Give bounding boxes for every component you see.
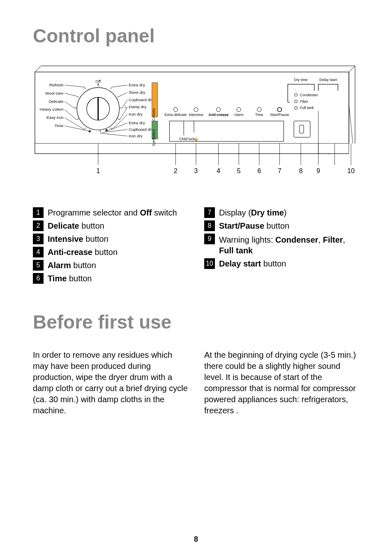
legend-number: 9 bbox=[204, 234, 215, 244]
svg-line-6 bbox=[111, 87, 112, 89]
btn-label-anticrease: Anti-crease bbox=[208, 113, 228, 117]
dial-label-synth-extra: Extra dry bbox=[129, 120, 145, 125]
svg-line-27 bbox=[120, 107, 127, 120]
page-number: 8 bbox=[0, 535, 392, 544]
svg-point-38 bbox=[257, 107, 261, 111]
svg-line-26 bbox=[122, 100, 127, 108]
legend-text: Alarm button bbox=[48, 260, 96, 271]
callout-1: 1 bbox=[96, 167, 100, 174]
legend-text: Warning lights: Condenser, Filter, Full … bbox=[219, 234, 359, 256]
svg-point-37 bbox=[237, 107, 241, 111]
group-synth-label: Synthetics bbox=[152, 129, 156, 146]
svg-line-19 bbox=[65, 93, 76, 96]
legend-number: 7 bbox=[204, 207, 215, 218]
svg-line-7 bbox=[117, 96, 120, 97]
svg-line-25 bbox=[120, 93, 127, 96]
dial-label-damp-dry: Damp dry bbox=[129, 104, 146, 109]
svg-line-21 bbox=[65, 109, 76, 120]
btn-label-time: Time bbox=[255, 113, 263, 117]
dial-label-cupboard-dry: Cupboard dry bbox=[129, 97, 153, 102]
legend-text: Time button bbox=[48, 273, 92, 284]
dial-label-synth-cupboard: Cupboard dry bbox=[129, 127, 153, 132]
legend-number: 3 bbox=[33, 234, 44, 244]
svg-rect-85 bbox=[349, 144, 357, 168]
display-delay-start-label: Delay start bbox=[319, 78, 337, 82]
svg-text:Condenser: Condenser bbox=[300, 93, 318, 97]
svg-point-34 bbox=[173, 107, 178, 111]
svg-point-35 bbox=[194, 107, 198, 111]
svg-text:Full tank: Full tank bbox=[300, 106, 314, 110]
callout-9: 9 bbox=[316, 167, 320, 174]
legend-number: 8 bbox=[204, 220, 215, 231]
svg-line-13 bbox=[76, 96, 79, 97]
svg-line-16 bbox=[84, 127, 86, 130]
svg-line-23 bbox=[65, 126, 90, 131]
svg-line-12 bbox=[84, 87, 86, 89]
section-title-control-panel: Control panel bbox=[33, 25, 359, 47]
legend-row: 1Programme selector and Off switch bbox=[33, 207, 188, 218]
dial-label-iron-dry: Iron dry bbox=[129, 112, 143, 116]
legend-text: Start/Pause button bbox=[219, 220, 289, 231]
legend-number: 6 bbox=[33, 273, 44, 284]
btn-label-intensive: Intensive bbox=[189, 113, 203, 117]
dial-label-heavycotton: Heavy cotton bbox=[40, 107, 64, 111]
legend-text: Programme selector and Off switch bbox=[48, 207, 177, 218]
legend-number: 4 bbox=[33, 247, 44, 257]
legend-row: 7Display (Dry time) bbox=[204, 207, 359, 218]
svg-point-17 bbox=[97, 83, 99, 85]
legend-row: 9Warning lights: Condenser, Filter, Full… bbox=[204, 234, 359, 256]
svg-rect-54 bbox=[300, 125, 304, 133]
svg-point-39 bbox=[278, 107, 282, 111]
svg-line-20 bbox=[65, 102, 74, 108]
legend-text: Display (Dry time) bbox=[219, 207, 287, 218]
legend-text: Delicate button bbox=[48, 220, 104, 231]
btn-label-alarm: Alarm bbox=[234, 113, 244, 117]
legend-row: 3Intensive button bbox=[33, 234, 188, 244]
legend-number: 10 bbox=[204, 258, 215, 269]
svg-line-32 bbox=[100, 133, 127, 136]
callout-4: 4 bbox=[217, 167, 220, 174]
legend-col-right: 7Display (Dry time)8Start/Pause button9W… bbox=[204, 207, 359, 286]
dial-label-refresh: Refresh bbox=[49, 83, 64, 87]
callout-10: 10 bbox=[347, 167, 355, 174]
callout-8: 8 bbox=[299, 167, 303, 174]
body-columns: In order to remove any residues which ma… bbox=[33, 350, 359, 416]
section-title-before-first-use: Before first use bbox=[33, 311, 359, 333]
callout-6: 6 bbox=[257, 167, 261, 174]
dial-label-woolcare: Wool care bbox=[45, 91, 64, 95]
svg-line-18 bbox=[65, 85, 84, 87]
svg-point-36 bbox=[217, 107, 221, 111]
legend-number: 5 bbox=[33, 260, 44, 271]
legend-text: Anti-crease button bbox=[48, 247, 118, 257]
legend: 1Programme selector and Off switch2Delic… bbox=[33, 207, 359, 286]
dial-off-label: Off bbox=[95, 79, 101, 83]
svg-text:🔒: 🔒 bbox=[194, 137, 199, 141]
dial-label-extra-dry: Extra dry bbox=[129, 83, 145, 87]
svg-line-28 bbox=[112, 114, 128, 130]
legend-row: 2Delicate button bbox=[33, 220, 188, 231]
callout-5: 5 bbox=[237, 167, 241, 174]
body-col-1: In order to remove any residues which ma… bbox=[33, 350, 188, 416]
legend-text: Delay start button bbox=[219, 258, 286, 269]
svg-rect-53 bbox=[294, 121, 310, 137]
legend-row: 5Alarm button bbox=[33, 260, 188, 271]
dial-label-store-dry: Store dry bbox=[129, 90, 145, 95]
group-cottons-label: Cottons bbox=[152, 108, 156, 120]
legend-row: 8Start/Pause button bbox=[204, 220, 359, 231]
svg-line-24 bbox=[112, 85, 128, 87]
legend-row: 4Anti-crease button bbox=[33, 247, 188, 257]
btn-label-extra-delicate: Extra delicate bbox=[164, 113, 187, 117]
body-col-2: At the beginning of drying cycle (3-5 mi… bbox=[204, 350, 359, 416]
callout-3: 3 bbox=[194, 167, 198, 174]
dial-label-delicate: Delicate bbox=[49, 99, 64, 104]
dial-label-time: Time bbox=[55, 123, 64, 128]
dial-label-synth-iron: Iron dry bbox=[129, 134, 143, 138]
svg-line-9 bbox=[117, 118, 120, 120]
svg-line-15 bbox=[76, 118, 79, 120]
legend-col-left: 1Programme selector and Off switch2Delic… bbox=[33, 207, 188, 286]
legend-number: 2 bbox=[33, 220, 44, 231]
legend-text: Intensive button bbox=[48, 234, 108, 244]
btn-label-startpause: Start/Pause bbox=[270, 113, 289, 117]
control-panel-diagram: Off Refresh Wool care Delicate Heavy cot… bbox=[33, 63, 359, 199]
display-dry-time-label: Dry time bbox=[294, 78, 307, 82]
